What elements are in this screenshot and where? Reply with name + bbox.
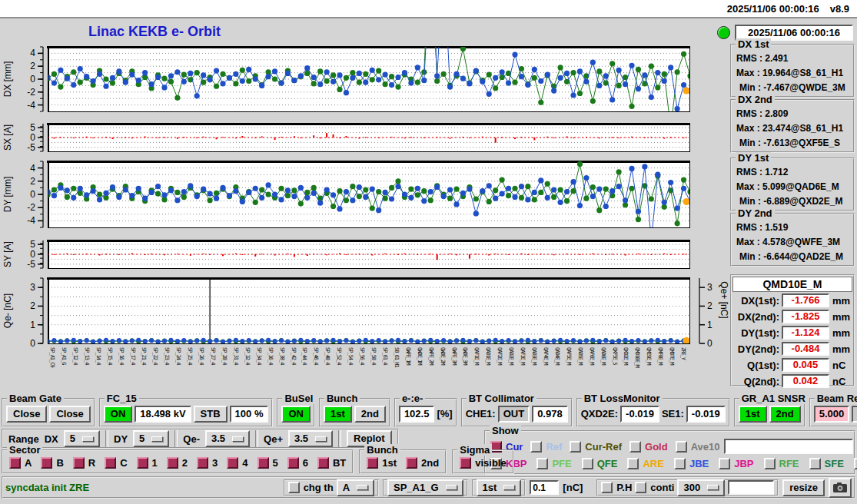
gr-snsr-2nd-button[interactable]: 2nd <box>769 406 801 423</box>
show-checkbox-jbp[interactable]: JBP <box>719 458 753 469</box>
show-checkbox-are[interactable]: ARE <box>627 458 663 469</box>
chg-th-select[interactable]: A <box>337 479 374 496</box>
show-checkbox-ave10[interactable]: Ave10 <box>676 441 720 453</box>
sector-checkbox-5[interactable]: 5 <box>257 457 278 469</box>
sector-checkbox-text: 6 <box>303 457 308 469</box>
show-checkbox-qfe[interactable]: QFE <box>582 458 618 469</box>
x-axis-label: QXF5E_S <box>612 347 617 365</box>
sector-checkbox-a[interactable]: A <box>9 457 32 469</box>
x-axis-label: QAD1E_M <box>485 347 490 365</box>
show-checkbox-gold[interactable]: Gold <box>629 441 668 453</box>
range-dx-select[interactable]: 5 <box>64 430 100 447</box>
status-bar: syncdata init ZRE chg th A SP_A1_G 1st [… <box>2 476 855 499</box>
svg-text:-4: -4 <box>27 215 35 226</box>
show-checkbox-ref[interactable]: Ref <box>530 441 562 453</box>
x-axis-label: QWFE_3M <box>451 347 457 365</box>
range-qem-select[interactable]: 3.5 <box>205 430 250 447</box>
chart-sx: 50-5SX [A] <box>0 123 730 152</box>
beam-gate-group: Beam Gate Close Close <box>2 398 95 427</box>
show-checkbox-pfe[interactable]: PFE <box>536 458 571 469</box>
ref-name-input[interactable] <box>724 439 853 454</box>
bunch-select[interactable]: 1st <box>477 479 522 496</box>
separator <box>255 430 258 447</box>
sector-checkbox-b[interactable]: B <box>41 457 63 469</box>
show-checkbox-text: Ave10 <box>691 441 720 453</box>
x-axis-label: SP_58_4 <box>370 347 376 365</box>
show-checkbox-text: ARE <box>643 458 663 469</box>
se1-value-field: -0.019 <box>686 406 726 423</box>
x-axis-label: QAD6E_M <box>600 347 606 365</box>
x-axis-label: SP_23_4 <box>164 347 169 365</box>
svg-text:2: 2 <box>30 61 35 71</box>
bpm-monitor-name[interactable]: QMD10E_M <box>732 277 852 292</box>
chart-dy: 420-2-4DY [mm] <box>0 161 730 228</box>
dropdown-handle-icon <box>503 485 515 490</box>
x-axis-label: QXD2E_M <box>623 347 628 365</box>
sector-checkbox-3[interactable]: 3 <box>197 457 218 469</box>
bunch-2nd-button[interactable]: 2nd <box>354 406 386 423</box>
sector-checkbox-text: 2 <box>182 457 188 469</box>
qxd2e-value-field: -0.019 <box>620 406 659 423</box>
bunch-1st-button[interactable]: 1st <box>324 406 352 423</box>
interval-select[interactable]: 300 <box>677 479 725 496</box>
threshold-input[interactable] <box>530 480 559 495</box>
svg-text:-4: -4 <box>27 100 35 111</box>
show-checkbox-jbe[interactable]: JBE <box>674 458 709 469</box>
sector-checkbox-text: 3 <box>212 457 218 469</box>
show-checkbox-rfe[interactable]: RFE <box>764 458 799 469</box>
gr-snsr-1st-button[interactable]: 1st <box>739 406 767 423</box>
fc15-stb-button[interactable]: STB <box>194 406 228 423</box>
dropdown-handle-icon <box>151 436 163 442</box>
dy-2nd-rms: RMS : 1.519 <box>736 220 849 235</box>
bpm-monitor-panel: QMD10E_M DX(1st):-1.766mmDX(2nd):-1.825m… <box>730 274 855 386</box>
show-checkbox-sfe[interactable]: SFE <box>809 458 844 469</box>
dy-1st-label: DY 1st <box>736 152 771 164</box>
sector-checkbox-bt[interactable]: BT <box>317 457 346 469</box>
screenshot-button[interactable] <box>829 478 852 498</box>
sector-checkbox-6[interactable]: 6 <box>287 457 308 469</box>
monitor-row-unit: mm <box>832 311 850 323</box>
beam-rep-label: Beam Rep <box>815 393 857 404</box>
conti-checkbox[interactable]: conti <box>635 482 674 493</box>
extra-input[interactable] <box>728 480 774 495</box>
ph-checkbox[interactable]: P.H <box>601 482 632 493</box>
bunch-checkbox-2nd[interactable]: 2nd <box>406 457 439 469</box>
bpm-x-axis-labels: SP_A1_C9SP_A1_GSP_12_4SP_13_4SP_14_4SP_1… <box>48 346 695 393</box>
chg-th-checkbox[interactable]: chg th <box>288 482 334 493</box>
bt-collimator-label: BT Collimator <box>467 393 536 404</box>
camera-icon <box>833 482 847 492</box>
checkbox-icon <box>167 457 178 469</box>
sector-checkbox-4[interactable]: 4 <box>227 457 247 469</box>
bunch-checkbox-1st[interactable]: 1st <box>367 457 397 469</box>
show-checkbox-zre[interactable]: ZRE <box>854 458 857 469</box>
range-qep-select[interactable]: 3.5 <box>288 430 333 447</box>
bunch-select-group: 1st <box>472 479 526 496</box>
range-label: Range <box>8 433 39 445</box>
sp-select[interactable]: SP_A1_G <box>387 479 463 496</box>
sector-checkbox-c[interactable]: C <box>105 457 127 469</box>
dx-2nd-stats: DX 2nd RMS : 2.809 Max : 23.474@S8_61_H1… <box>730 99 855 153</box>
sector-checkbox-r[interactable]: R <box>73 457 95 469</box>
checkbox-icon <box>367 457 378 469</box>
dy-2nd-max: Max : 4.578@QWFE_3M <box>736 235 849 250</box>
beam-gate-close2-button[interactable]: Close <box>49 406 90 423</box>
se1-label: SE1: <box>662 408 684 419</box>
monitor-row-label: Q(1st): <box>732 360 779 371</box>
sigma-checkbox-visible[interactable]: visible <box>460 457 506 469</box>
resize-button[interactable]: resize <box>782 479 825 496</box>
che1-state-field[interactable]: OUT <box>498 406 530 423</box>
svg-text:0: 0 <box>30 74 35 85</box>
beam-gate-close1-button[interactable]: Close <box>6 406 47 423</box>
show-checkbox-cur-ref[interactable]: Cur-Ref <box>570 441 622 453</box>
checkbox-icon <box>460 457 471 469</box>
sector-checkbox-1[interactable]: 1 <box>137 457 158 469</box>
busel-on-button[interactable]: ON <box>281 406 311 423</box>
fc15-on-button[interactable]: ON <box>104 406 133 423</box>
range-dy-select[interactable]: 5 <box>133 430 169 447</box>
x-axis-label: QMD7E_M <box>669 347 674 365</box>
sector-checkbox-2[interactable]: 2 <box>167 457 188 469</box>
bt-collimator-group: BT Collimator CHE1: OUT 0.978 <box>461 398 573 427</box>
monitor-row-unit: nC <box>832 376 845 387</box>
dropdown-handle-icon <box>232 436 244 442</box>
range-qem-label: Qe- <box>183 433 200 445</box>
